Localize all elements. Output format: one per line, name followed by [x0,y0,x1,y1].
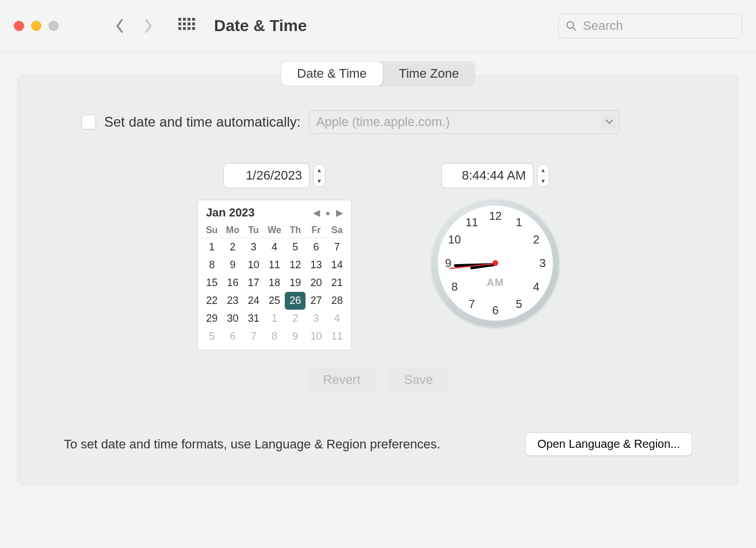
calendar-day[interactable]: 17 [243,274,264,292]
calendar-day[interactable]: 4 [264,238,285,256]
auto-set-checkbox[interactable] [81,115,96,130]
minimize-icon[interactable] [31,21,41,31]
calendar-day[interactable]: 3 [243,238,264,256]
calendar-day[interactable]: 19 [285,274,306,292]
clock-pivot [492,260,498,266]
calendar-day[interactable]: 30 [222,310,243,328]
calendar-today-icon[interactable]: ● [326,208,330,218]
main-panel: Date & Time Time Zone Set date and time … [17,75,739,485]
clock-ampm: AM [487,277,504,289]
analog-clock[interactable]: AM 121234567891011 [432,200,559,326]
calendar-day[interactable]: 11 [327,328,348,345]
search-placeholder: Search [583,18,623,33]
calendar-day[interactable]: 6 [306,238,326,256]
calendar-day[interactable]: 3 [306,310,326,328]
calendar-dow: Th [285,223,306,238]
clock-number: 6 [492,304,498,317]
calendar-dow: Tu [243,223,264,238]
calendar-day[interactable]: 2 [222,238,243,256]
calendar-dow: Su [201,223,222,238]
calendar-day[interactable]: 2 [285,310,306,328]
date-column: 1/26/2023 ▲ ▼ Jan 2023 ◀ ● ▶ SuMoTuWeThF… [197,163,352,351]
revert-button[interactable]: Revert [308,368,376,392]
search-icon [566,20,577,32]
calendar-grid: SuMoTuWeThFrSa12345678910111213141516171… [201,223,348,345]
clock-number: 2 [533,233,539,246]
time-server-value: Apple (time.apple.com.) [316,115,450,130]
close-icon[interactable] [14,21,24,31]
time-stepper[interactable]: ▲ ▼ [537,164,549,187]
calendar-day[interactable]: 29 [201,310,222,328]
calendar-day[interactable]: 14 [327,256,348,274]
calendar-prev-icon[interactable]: ◀ [313,207,320,218]
save-button[interactable]: Save [389,368,448,392]
action-buttons: Revert Save [58,368,698,392]
calendar-day[interactable]: 21 [327,274,348,292]
calendar-header: Jan 2023 ◀ ● ▶ [201,205,348,223]
clock-number: 5 [516,298,522,311]
calendar-day[interactable]: 10 [306,328,326,345]
stepper-up-icon[interactable]: ▲ [314,165,325,176]
date-stepper[interactable]: ▲ ▼ [313,164,326,187]
calendar-day[interactable]: 9 [222,256,243,274]
search-input[interactable]: Search [558,13,742,39]
calendar-day[interactable]: 5 [285,238,306,256]
calendar-day[interactable]: 7 [327,238,348,256]
calendar-dow: Mo [222,223,243,238]
calendar-next-icon[interactable]: ▶ [336,207,343,218]
zoom-icon[interactable] [48,21,59,31]
calendar-day[interactable]: 6 [222,328,243,345]
open-region-button[interactable]: Open Language & Region... [525,432,692,456]
clock-number: 3 [539,257,545,270]
calendar-day[interactable]: 18 [264,274,285,292]
calendar-day[interactable]: 15 [201,274,222,292]
calendar-day[interactable]: 28 [327,292,348,310]
toolbar: Date & Time Search [0,0,756,52]
calendar-day[interactable]: 8 [201,256,222,274]
show-all-icon[interactable] [178,18,194,34]
stepper-down-icon[interactable]: ▼ [314,176,325,187]
calendar-day[interactable]: 26 [285,292,306,310]
footer-row: To set date and time formats, use Langua… [58,432,698,456]
calendar-day[interactable]: 5 [201,328,222,345]
back-button[interactable] [109,16,130,36]
calendar-day[interactable]: 1 [201,238,222,256]
calendar-day[interactable]: 16 [222,274,243,292]
calendar-day[interactable]: 9 [285,328,306,345]
chevron-down-icon[interactable] [602,115,617,130]
tabs: Date & Time Time Zone [281,62,475,86]
calendar-day[interactable]: 7 [243,328,264,345]
tab-time-zone[interactable]: Time Zone [383,62,475,86]
clock-number: 10 [448,233,461,246]
calendar[interactable]: Jan 2023 ◀ ● ▶ SuMoTuWeThFrSa12345678910… [197,200,352,351]
calendar-day[interactable]: 20 [306,274,326,292]
calendar-day[interactable]: 23 [222,292,243,310]
calendar-title: Jan 2023 [206,206,255,219]
calendar-day[interactable]: 8 [264,328,285,345]
calendar-day[interactable]: 12 [285,256,306,274]
stepper-up-icon[interactable]: ▲ [537,165,549,176]
date-field[interactable]: 1/26/2023 [223,163,310,188]
stepper-down-icon[interactable]: ▼ [537,176,549,187]
calendar-day[interactable]: 22 [201,292,222,310]
clock-number: 8 [451,280,457,294]
calendar-day[interactable]: 31 [243,310,264,328]
calendar-day[interactable]: 24 [243,292,264,310]
forward-button[interactable] [138,16,159,36]
time-server-field[interactable]: Apple (time.apple.com.) [309,110,620,134]
chevron-left-icon [114,18,125,33]
calendar-day[interactable]: 10 [243,256,264,274]
chevron-right-icon [143,18,154,33]
calendar-day[interactable]: 1 [264,310,285,328]
calendar-day[interactable]: 13 [306,256,326,274]
calendar-day[interactable]: 25 [264,292,285,310]
calendar-dow: Sa [327,223,348,238]
tab-date-time[interactable]: Date & Time [281,62,383,86]
calendar-day[interactable]: 27 [306,292,326,310]
time-field[interactable]: 8:44:44 AM [441,163,533,188]
calendar-day[interactable]: 4 [327,310,348,328]
calendar-dow: Fr [306,223,326,238]
clock-number: 11 [465,215,478,229]
content-columns: 1/26/2023 ▲ ▼ Jan 2023 ◀ ● ▶ SuMoTuWeThF… [58,163,698,351]
calendar-day[interactable]: 11 [264,256,285,274]
